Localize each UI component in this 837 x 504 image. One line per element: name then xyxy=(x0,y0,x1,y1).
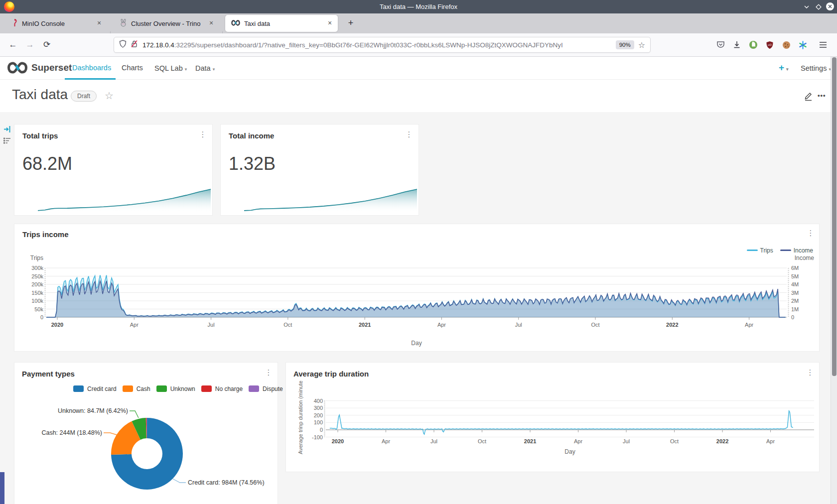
new-tab-button[interactable]: + xyxy=(345,17,357,29)
bookmark-star-icon[interactable]: ☆ xyxy=(638,40,645,50)
brand-name: Superset xyxy=(31,62,72,73)
svg-text:2M: 2M xyxy=(791,298,799,304)
tab-cluster-overview-trino[interactable]: Cluster Overview - Trino × xyxy=(114,15,219,32)
pocket-icon[interactable] xyxy=(713,38,727,52)
svg-text:3M: 3M xyxy=(791,290,799,296)
trips-income-chart[interactable]: TripsIncome300k250k200k150k100k50k06M5M4… xyxy=(14,224,820,352)
svg-text:400: 400 xyxy=(314,398,323,404)
svg-text:2022: 2022 xyxy=(716,438,728,444)
url-bar[interactable]: 172.18.0.4:32295/superset/dashboard/1/?n… xyxy=(114,37,651,53)
chevron-down-icon: ▾ xyxy=(213,67,215,72)
minio-favicon xyxy=(11,19,18,28)
svg-text:200k: 200k xyxy=(31,281,43,287)
filter-bar-edge-strip[interactable] xyxy=(0,472,4,504)
payment-types-card: Payment types ⋮ Credit cardCashUnknownNo… xyxy=(14,362,278,504)
svg-text:Apr: Apr xyxy=(574,438,582,444)
chart-title: Total trips xyxy=(22,131,58,140)
firefox-logo-icon xyxy=(4,1,14,12)
extension-cookie-icon[interactable] xyxy=(779,38,793,52)
big-number-value: 68.2M xyxy=(22,153,72,174)
downloads-icon[interactable] xyxy=(730,38,744,52)
extension-ghostery-icon[interactable] xyxy=(746,38,760,52)
svg-text:Oct: Oct xyxy=(478,438,486,444)
svg-text:Average trinp duration (minute: Average trinp duration (minute xyxy=(297,380,303,454)
svg-text:1M: 1M xyxy=(791,306,799,312)
tab-close-icon[interactable]: × xyxy=(325,18,335,28)
svg-text:Oct: Oct xyxy=(283,322,292,328)
extension-ublock-icon[interactable]: uO xyxy=(763,38,777,52)
edit-dashboard-icon[interactable] xyxy=(803,91,814,103)
svg-text:Day: Day xyxy=(411,340,421,347)
svg-text:Apr: Apr xyxy=(437,322,446,328)
svg-text:100: 100 xyxy=(314,419,323,425)
nav-item-data[interactable]: Data▾ xyxy=(195,64,215,73)
trips-income-card: Trips income ⋮ Trips Income TripsIncome3… xyxy=(14,224,820,352)
tab-label: Cluster Overview - Trino xyxy=(131,20,206,27)
window-close-button[interactable] xyxy=(826,2,835,11)
forward-button[interactable]: → xyxy=(23,38,37,52)
svg-text:0: 0 xyxy=(320,427,323,433)
tab-close-icon[interactable]: × xyxy=(94,18,104,28)
window-maximize-button[interactable] xyxy=(814,2,823,11)
svg-text:Apr: Apr xyxy=(745,322,753,328)
svg-text:300k: 300k xyxy=(31,265,43,271)
tab-close-icon[interactable]: × xyxy=(206,18,216,28)
insecure-lock-icon[interactable] xyxy=(131,40,138,50)
chart-menu-icon[interactable]: ⋮ xyxy=(404,132,414,136)
nav-item-dashboards[interactable]: Dashboards xyxy=(72,64,111,72)
big-number-value: 1.32B xyxy=(229,153,276,174)
back-button[interactable]: ← xyxy=(6,38,20,52)
hamburger-menu-icon[interactable] xyxy=(816,38,830,52)
total-income-sparkline xyxy=(244,186,418,213)
superset-logo[interactable]: Superset xyxy=(7,61,72,75)
draft-badge: Draft xyxy=(71,91,97,102)
svg-text:2021: 2021 xyxy=(524,438,536,444)
url-host: 172.18.0.4 xyxy=(142,41,174,49)
expand-filter-bar-icon[interactable] xyxy=(3,125,11,135)
svg-text:2020: 2020 xyxy=(51,322,63,328)
svg-text:Jul: Jul xyxy=(430,438,437,444)
page-scrollbar[interactable] xyxy=(831,57,837,504)
svg-text:Day: Day xyxy=(564,448,575,455)
favorite-star-icon[interactable]: ☆ xyxy=(105,90,114,102)
window-minimize-button[interactable] xyxy=(802,2,811,11)
svg-text:Cash: 244M (18.48%): Cash: 244M (18.48%) xyxy=(41,429,102,436)
tab-label: Taxi data xyxy=(244,20,325,27)
tab-minio-console[interactable]: MinIO Console × xyxy=(5,15,107,32)
svg-text:4M: 4M xyxy=(791,281,799,287)
total-trips-sparkline xyxy=(37,186,211,213)
svg-text:5M: 5M xyxy=(791,273,799,279)
svg-text:2022: 2022 xyxy=(666,322,678,328)
payment-types-donut-chart[interactable]: Unknown: 84.7M (6.42%)Cash: 244M (18.48%… xyxy=(14,363,279,504)
settings-menu[interactable]: Settings▾ xyxy=(801,64,831,73)
url-text[interactable]: 172.18.0.4:32295/superset/dashboard/1/?n… xyxy=(142,41,616,49)
dashboard-body: Total trips ⋮ 68.2M Total income ⋮ 1.32B… xyxy=(0,112,837,504)
add-new-button[interactable]: +▾ xyxy=(779,62,789,73)
svg-text:150k: 150k xyxy=(31,290,43,296)
browser-window: Taxi data — Mozilla Firefox MinIO Consol… xyxy=(0,0,837,504)
avg-trip-duration-card: Average trip duration ⋮ 4003002001000-10… xyxy=(285,362,820,472)
svg-text:100k: 100k xyxy=(31,298,43,304)
svg-text:Trips: Trips xyxy=(30,254,43,261)
scrollbar-thumb[interactable] xyxy=(832,57,837,376)
tab-taxi-data-active[interactable]: Taxi data × xyxy=(225,15,338,32)
tracking-shield-icon[interactable] xyxy=(119,40,127,50)
reload-button[interactable]: ⟳ xyxy=(40,38,54,52)
window-titlebar: Taxi data — Mozilla Firefox xyxy=(0,0,837,13)
svg-text:300: 300 xyxy=(314,405,323,411)
dashboard-header: Taxi data Draft ☆ ••• xyxy=(0,80,837,112)
dashboard-menu-ellipsis[interactable]: ••• xyxy=(818,92,826,99)
avg-trip-duration-chart[interactable]: 4003002001000-1002020AprJulOct2021AprJul… xyxy=(286,363,820,473)
browser-toolbar: ← → ⟳ 172.18.0.4:32295/superset/dashboar… xyxy=(0,33,837,57)
nav-item-charts[interactable]: Charts xyxy=(122,64,143,72)
total-trips-card: Total trips ⋮ 68.2M xyxy=(14,124,213,216)
svg-text:200: 200 xyxy=(314,412,323,418)
chart-menu-icon[interactable]: ⋮ xyxy=(198,132,208,136)
nav-item-sql-lab[interactable]: SQL Lab▾ xyxy=(154,64,187,73)
svg-text:0: 0 xyxy=(40,314,43,320)
filter-list-icon[interactable] xyxy=(3,136,11,147)
extension-asterisk-icon[interactable] xyxy=(796,38,810,52)
zoom-level-badge[interactable]: 90% xyxy=(616,40,634,49)
svg-text:Apr: Apr xyxy=(130,322,139,328)
svg-text:Jul: Jul xyxy=(515,322,522,328)
